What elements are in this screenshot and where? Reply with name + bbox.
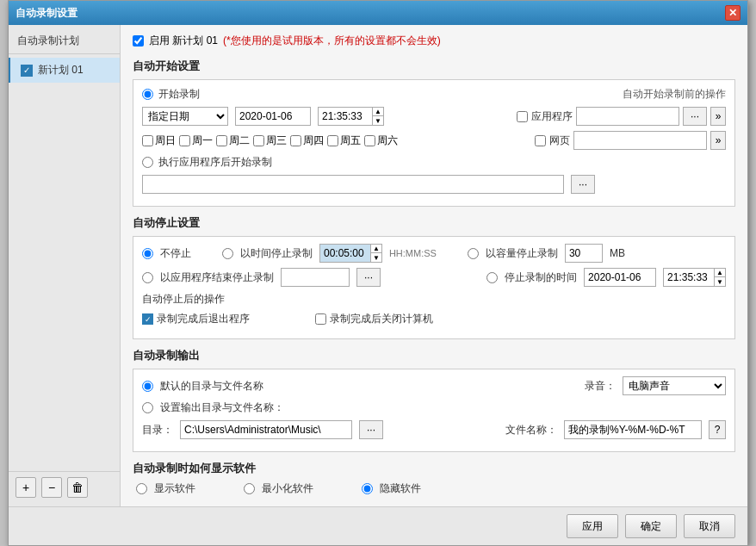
by-time-radio[interactable] xyxy=(222,248,233,259)
auto-start-title: 自动开始设置 xyxy=(133,59,735,74)
audio-select[interactable]: 电脑声音 麦克风 无 xyxy=(623,376,726,395)
stop-time-label: 停止录制的时间 xyxy=(505,270,577,285)
auto-stop-title: 自动停止设置 xyxy=(133,215,735,231)
webpage-arrow-btn[interactable]: » xyxy=(710,131,726,150)
stop-time-down-btn[interactable]: ▼ xyxy=(371,253,381,262)
fri-checkbox[interactable] xyxy=(327,135,338,146)
dir-label: 目录： xyxy=(142,423,173,437)
app-label: 应用程序 xyxy=(531,109,573,124)
exit-program-item: ✓ 录制完成后退出程序 xyxy=(142,312,250,326)
execute-app-dots-btn[interactable]: ··· xyxy=(571,175,595,194)
stop-date-input[interactable] xyxy=(584,268,656,287)
stop-datetime-input[interactable] xyxy=(664,269,714,286)
execute-app-input-row: ··· xyxy=(142,175,726,194)
time-down-btn[interactable]: ▼ xyxy=(373,116,383,125)
auto-start-section: 开始录制 自动开始录制前的操作 指定日期 每天 每周 ▲ xyxy=(133,79,735,207)
filename-label: 文件名称： xyxy=(505,423,557,437)
sat-checkbox[interactable] xyxy=(364,135,375,146)
weekday-tuesday: 周二 xyxy=(216,133,250,148)
execute-app-input[interactable] xyxy=(142,175,564,194)
start-recording-row: 开始录制 自动开始录制前的操作 xyxy=(142,87,726,102)
stop-time-radio[interactable] xyxy=(486,272,498,283)
title-bar: 自动录制设置 ✕ xyxy=(9,1,747,25)
app-dots-btn[interactable]: ··· xyxy=(683,107,707,126)
weekday-group: 周日 周一 周二 周三 xyxy=(142,133,398,148)
sun-checkbox[interactable] xyxy=(142,135,153,146)
start-recording-radio[interactable] xyxy=(142,89,153,100)
execute-app-radio[interactable] xyxy=(142,157,153,168)
weekday-saturday: 周六 xyxy=(364,133,398,148)
custom-dir-label: 设置输出目录与文件名称： xyxy=(160,400,284,415)
add-plan-button[interactable]: + xyxy=(15,477,36,498)
stop-datetime-down-btn[interactable]: ▼ xyxy=(715,277,725,286)
exit-program-label: 录制完成后退出程序 xyxy=(157,312,250,326)
stop-time-up-btn[interactable]: ▲ xyxy=(371,245,381,253)
wed-label: 周三 xyxy=(266,133,287,148)
plan-checkbox[interactable]: ✓ xyxy=(21,65,33,77)
tue-label: 周二 xyxy=(229,133,250,148)
remove-plan-button[interactable]: − xyxy=(41,477,62,498)
stop-time-input[interactable] xyxy=(320,245,370,262)
delete-plan-button[interactable]: 🗑 xyxy=(67,477,88,498)
weekday-monday: 周一 xyxy=(179,133,213,148)
by-time-label: 以时间停止录制 xyxy=(240,246,313,261)
no-stop-radio[interactable] xyxy=(142,248,153,259)
stop-datetime-spinner: ▲ ▼ xyxy=(663,268,726,287)
webpage-checkbox[interactable] xyxy=(535,135,546,146)
date-input[interactable] xyxy=(235,107,311,126)
filename-question-btn[interactable]: ? xyxy=(709,420,726,439)
time-spinner: ▲ ▼ xyxy=(318,107,384,126)
date-type-select[interactable]: 指定日期 每天 每周 xyxy=(142,107,228,126)
sidebar: 自动录制计划 ✓ 新计划 01 + − 🗑 xyxy=(9,25,121,506)
size-input[interactable] xyxy=(565,244,603,263)
cancel-button[interactable]: 取消 xyxy=(684,514,735,538)
by-app-label: 以应用程序结束停止录制 xyxy=(160,270,274,285)
by-size-label: 以容量停止录制 xyxy=(486,246,558,261)
apply-button[interactable]: 应用 xyxy=(567,514,618,538)
app-arrow-btn[interactable]: » xyxy=(710,107,726,126)
app-checkbox[interactable] xyxy=(517,111,528,122)
dir-input[interactable] xyxy=(180,420,352,439)
sun-label: 周日 xyxy=(155,133,176,148)
tue-checkbox[interactable] xyxy=(216,135,227,146)
bottom-toolbar: 应用 确定 取消 xyxy=(9,506,747,545)
app-input[interactable] xyxy=(576,107,679,126)
stop-options-row: 不停止 以时间停止录制 ▲ ▼ HH:MM:SS 以容量停止录制 xyxy=(142,244,726,263)
time-up-btn[interactable]: ▲ xyxy=(373,108,383,116)
sidebar-toolbar: + − 🗑 xyxy=(9,471,120,503)
weekday-webpage-row: 周日 周一 周二 周三 xyxy=(142,131,726,150)
webpage-input[interactable] xyxy=(573,131,707,150)
no-stop-label: 不停止 xyxy=(160,246,191,261)
shutdown-item: 录制完成后关闭计算机 xyxy=(315,312,433,326)
hide-radio[interactable] xyxy=(362,483,373,494)
thu-checkbox[interactable] xyxy=(290,135,301,146)
shutdown-checkbox[interactable] xyxy=(315,313,326,325)
auto-stop-section: 不停止 以时间停止录制 ▲ ▼ HH:MM:SS 以容量停止录制 xyxy=(133,236,735,339)
shutdown-label: 录制完成后关闭计算机 xyxy=(330,312,433,326)
display-options-row: 显示软件 最小化软件 隐藏软件 xyxy=(136,481,735,496)
wed-checkbox[interactable] xyxy=(253,135,264,146)
by-app-dots-btn[interactable]: ··· xyxy=(356,268,381,287)
close-button[interactable]: ✕ xyxy=(725,5,741,21)
audio-label: 录音： xyxy=(585,379,616,394)
time-input[interactable] xyxy=(319,108,372,125)
dir-dots-btn[interactable]: ··· xyxy=(359,420,383,439)
show-radio[interactable] xyxy=(136,483,147,494)
sidebar-item-plan1[interactable]: ✓ 新计划 01 xyxy=(9,58,120,83)
exit-program-checkbox[interactable]: ✓ xyxy=(142,313,153,325)
by-app-input[interactable] xyxy=(281,268,350,287)
stop-time-spinner: ▲ ▼ xyxy=(319,244,382,263)
stop-datetime-up-btn[interactable]: ▲ xyxy=(715,269,725,277)
ok-button[interactable]: 确定 xyxy=(625,514,677,538)
output-row2: 设置输出目录与文件名称： xyxy=(142,400,726,415)
mon-checkbox[interactable] xyxy=(179,135,190,146)
custom-dir-radio[interactable] xyxy=(142,402,153,413)
stop-time-spinner-btns: ▲ ▼ xyxy=(370,245,381,262)
fri-label: 周五 xyxy=(340,133,361,148)
filename-input[interactable] xyxy=(564,420,702,439)
enable-checkbox[interactable] xyxy=(133,35,144,47)
by-app-radio[interactable] xyxy=(142,272,153,283)
by-size-radio[interactable] xyxy=(468,248,479,259)
default-dir-radio[interactable] xyxy=(142,381,153,392)
minimize-radio[interactable] xyxy=(244,483,255,494)
